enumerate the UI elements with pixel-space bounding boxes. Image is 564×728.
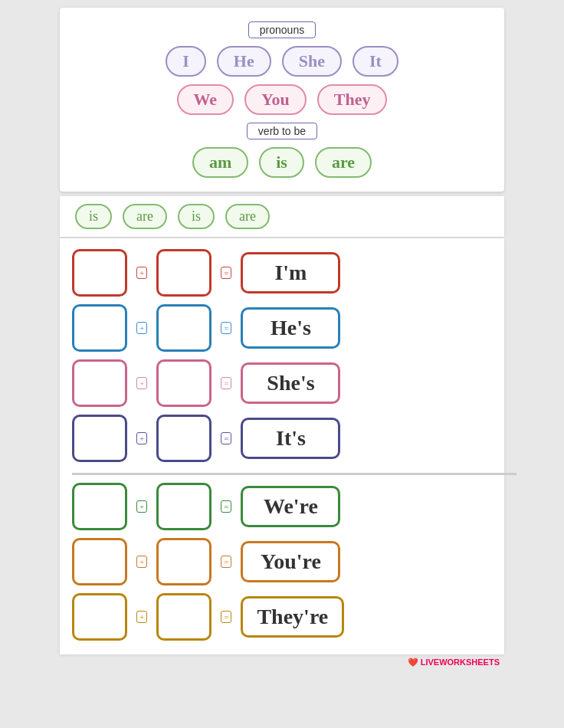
pronoun-They: They [317, 84, 388, 115]
row-shes: + = She's [72, 359, 492, 407]
pronouns-row2: We You They [177, 84, 388, 115]
pronoun-You: You [244, 84, 307, 115]
box-verb-were [156, 483, 212, 530]
row-were: + = We're [72, 483, 492, 530]
box-pronoun-im [72, 249, 127, 297]
verb-label: verb to be [247, 123, 317, 139]
box-pronoun-its [72, 415, 127, 462]
logo-text: ❤️ LIVEWORKSHEETS [408, 657, 500, 667]
result-theyre: They're [241, 596, 344, 638]
mid-pill-2: is [178, 204, 215, 229]
card-middle: is are is are [60, 196, 504, 237]
row-theyre: + = They're [72, 593, 492, 641]
pronoun-She: She [282, 46, 342, 77]
result-shes: She's [241, 362, 340, 404]
pronoun-I: I [166, 46, 206, 77]
mid-pill-0: is [75, 204, 112, 229]
equals-sign-hes: = [221, 322, 231, 334]
result-were: We're [241, 486, 340, 527]
result-im: I'm [241, 252, 340, 293]
box-verb-its [156, 415, 212, 462]
verb-is: is [259, 147, 304, 178]
equals-sign-were: = [221, 500, 231, 513]
mid-pill-3: are [225, 204, 270, 229]
pronouns-row1: I He She It [166, 46, 398, 77]
card-bottom: + = I'm + = He's + = She's + = It's [60, 238, 504, 654]
box-verb-youre [156, 538, 212, 585]
equals-sign-youre: = [221, 556, 231, 568]
plus-sign-youre: + [136, 556, 147, 568]
row-hes: + = He's [72, 304, 492, 352]
verb-row: am is are [192, 147, 372, 178]
verb-am: am [192, 147, 248, 178]
box-pronoun-shes [72, 359, 127, 407]
pronoun-He: He [217, 46, 271, 77]
box-pronoun-were [72, 483, 127, 530]
result-hes: He's [241, 307, 340, 349]
card-top: pronouns I He She It We You They verb to… [60, 8, 504, 192]
equals-sign-shes: = [221, 377, 231, 389]
box-verb-hes [156, 304, 212, 352]
row-youre: + = You're [72, 538, 492, 585]
row-im: + = I'm [72, 249, 492, 297]
logo-name: LIVEWORKSHEETS [421, 657, 500, 667]
box-verb-im [156, 249, 212, 297]
plus-sign-were: + [136, 500, 147, 513]
plus-sign-its: + [136, 432, 147, 444]
pronoun-We: We [177, 84, 234, 115]
box-pronoun-hes [72, 304, 127, 352]
pronouns-label: pronouns [248, 21, 316, 38]
plus-sign-hes: + [136, 322, 147, 334]
result-youre: You're [241, 541, 340, 582]
equals-sign-its: = [221, 432, 231, 444]
result-its: It's [241, 418, 340, 459]
plus-sign-shes: + [136, 377, 147, 389]
mid-pill-1: are [123, 204, 167, 229]
logo-heart: ❤️ [408, 657, 418, 667]
logo-bar: ❤️ LIVEWORKSHEETS [60, 654, 504, 669]
pronoun-It: It [352, 46, 398, 77]
plus-sign-im: + [136, 267, 147, 279]
section-divider [72, 473, 516, 475]
page-container: pronouns I He She It We You They verb to… [0, 0, 564, 728]
box-verb-shes [156, 359, 212, 407]
equals-sign-theyre: = [221, 611, 231, 623]
box-pronoun-youre [72, 538, 127, 585]
box-pronoun-theyre [72, 593, 127, 641]
row-its: + = It's [72, 415, 492, 462]
box-verb-theyre [156, 593, 212, 641]
verb-are: are [315, 147, 372, 178]
equals-sign-im: = [221, 267, 231, 279]
plus-sign-theyre: + [136, 611, 147, 623]
